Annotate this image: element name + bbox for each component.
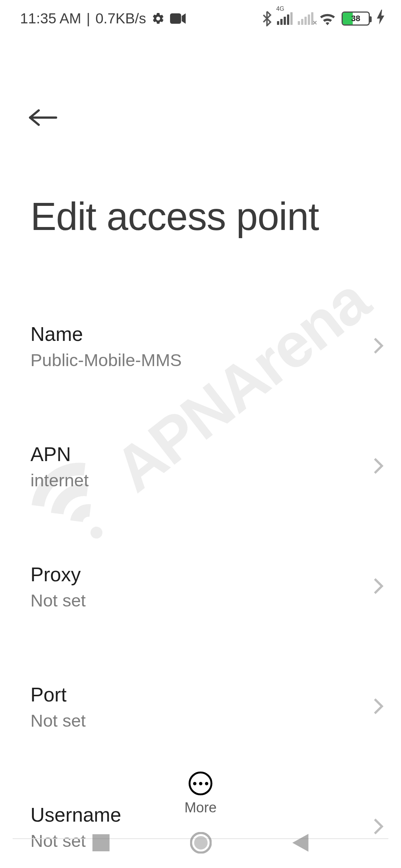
setting-proxy[interactable]: Proxy Not set <box>30 547 384 627</box>
battery-icon: 38 <box>342 11 370 26</box>
setting-value: internet <box>30 470 348 490</box>
status-separator: | <box>87 10 90 27</box>
chevron-right-icon <box>373 577 384 596</box>
setting-label: Name <box>30 323 348 345</box>
settings-icon <box>151 12 165 25</box>
more-icon <box>189 772 212 795</box>
svg-point-4 <box>194 836 208 849</box>
back-button[interactable] <box>27 102 59 133</box>
setting-port[interactable]: Port Not set <box>30 667 384 747</box>
chevron-right-icon <box>373 457 384 476</box>
chevron-right-icon <box>373 697 384 717</box>
svg-rect-0 <box>170 13 181 24</box>
page-title: Edit access point <box>30 194 319 239</box>
setting-apn[interactable]: APN internet <box>30 427 384 507</box>
square-icon <box>92 834 110 851</box>
bluetooth-icon <box>262 11 272 26</box>
signal-1-icon: 4G <box>277 12 293 25</box>
wifi-icon <box>319 11 336 26</box>
camera-icon <box>170 13 186 24</box>
signal-2-icon: × <box>298 12 313 25</box>
system-navbar <box>0 819 401 868</box>
arrow-left-icon <box>29 108 58 127</box>
triangle-left-icon <box>292 834 309 852</box>
nav-back-button[interactable] <box>292 834 309 853</box>
setting-value: Not set <box>30 590 348 611</box>
setting-value: Not set <box>30 710 348 731</box>
setting-value: Public-Mobile-MMS <box>30 350 348 370</box>
setting-label: Proxy <box>30 563 348 586</box>
status-time: 11:35 AM <box>20 10 81 27</box>
setting-label: Port <box>30 683 348 706</box>
more-label: More <box>185 800 217 816</box>
nav-home-button[interactable] <box>190 832 212 855</box>
setting-label: APN <box>30 443 348 466</box>
status-bar: 11:35 AM | 0.7KB/s 4G × 38 <box>0 0 401 37</box>
charging-icon <box>376 10 385 27</box>
nav-recent-button[interactable] <box>92 834 110 853</box>
battery-percent: 38 <box>345 14 366 23</box>
more-button[interactable]: More <box>0 772 401 816</box>
circle-icon <box>190 832 212 854</box>
svg-rect-2 <box>92 834 110 851</box>
setting-name[interactable]: Name Public-Mobile-MMS <box>30 306 384 387</box>
status-net-speed: 0.7KB/s <box>95 10 146 27</box>
chevron-right-icon <box>373 337 384 356</box>
